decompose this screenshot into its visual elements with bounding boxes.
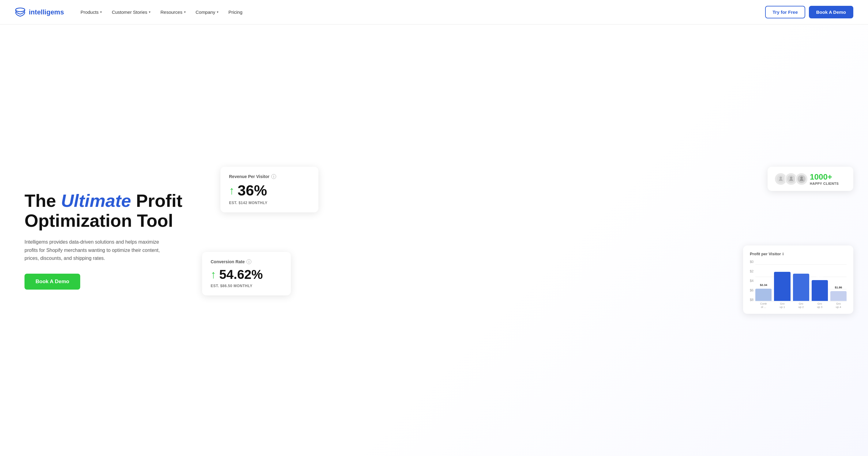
nav-pricing[interactable]: Pricing (224, 7, 247, 17)
bar-x-label: Group 1 (779, 302, 785, 309)
bar-x-label: Group 3 (817, 302, 823, 309)
bar: $5.57 (774, 272, 790, 301)
hero-left: The Ultimate Profit Optimization Tool In… (25, 191, 184, 289)
client-avatars (774, 173, 806, 186)
nav-actions: Try for Free Book A Demo (765, 6, 853, 19)
logo-icon (15, 7, 26, 18)
conversion-stat: ↑ 54.62% (211, 267, 282, 282)
bar-group: $4.00 Group 3 (812, 260, 828, 309)
book-demo-nav-button[interactable]: Book A Demo (809, 6, 853, 19)
chevron-down-icon: ▾ (217, 10, 219, 14)
arrow-up-icon: ↑ (229, 185, 235, 196)
chart-y-axis: $8$6$4$2$0 (750, 260, 753, 309)
bar-x-label: Group 4 (836, 302, 841, 309)
svg-point-0 (16, 8, 25, 12)
hero-right: Revenue Per Visitor i ↑ 36% EST. $142 MO… (202, 167, 853, 314)
bar-value-label: $4.00 (816, 275, 823, 278)
chart-title: Profit per Visitor i (750, 252, 846, 256)
chevron-down-icon: ▾ (184, 10, 186, 14)
avatar (795, 173, 808, 186)
nav-resources[interactable]: Resources ▾ (156, 7, 190, 17)
svg-point-2 (779, 176, 782, 179)
bar-value-label: $5.23 (797, 268, 805, 272)
info-icon: i (782, 252, 784, 256)
y-axis-label: $4 (750, 279, 753, 283)
y-axis-label: $2 (750, 269, 753, 273)
conversion-card-title: Conversion Rate i (211, 259, 282, 264)
chart-area: $8$6$4$2$0 $2.34 Control ... $5.57 Group… (750, 260, 846, 309)
bar-value-label: $5.57 (779, 266, 786, 270)
info-icon: i (246, 259, 251, 264)
bar-value-label: $2.34 (760, 283, 767, 287)
book-demo-hero-button[interactable]: Book A Demo (25, 274, 80, 290)
bar-group: $5.57 Group 1 (774, 260, 790, 309)
hero-section: The Ultimate Profit Optimization Tool In… (0, 25, 868, 456)
bar-x-label: Control ... (760, 302, 767, 309)
bar-wrap: $1.86 (830, 260, 846, 301)
bar-group: $2.34 Control ... (755, 260, 772, 309)
revenue-card: Revenue Per Visitor i ↑ 36% EST. $142 MO… (220, 167, 318, 212)
bar-value-label: $1.86 (835, 286, 842, 289)
svg-point-4 (790, 176, 793, 179)
y-axis-label: $6 (750, 288, 753, 292)
hero-description: Intelligems provides data-driven solutio… (25, 238, 165, 262)
nav-products[interactable]: Products ▾ (76, 7, 106, 17)
hero-title: The Ultimate Profit Optimization Tool (25, 191, 184, 231)
bar-group: $5.23 Group 2 (793, 260, 809, 309)
nav-customer-stories[interactable]: Customer Stories ▾ (107, 7, 155, 17)
logo-text: intelligems (29, 8, 64, 16)
bar-wrap: $4.00 (812, 260, 828, 301)
navbar: intelligems Products ▾ Customer Stories … (0, 0, 868, 25)
arrow-up-icon: ↑ (211, 269, 216, 280)
info-icon: i (271, 174, 276, 179)
conversion-sub: EST. $86.50 MONTHLY (211, 284, 282, 288)
clients-card: 1000+ HAPPY CLIENTS (768, 167, 853, 191)
bar: $4.00 (812, 280, 828, 301)
y-axis-label: $8 (750, 298, 753, 302)
bars-container: $2.34 Control ... $5.57 Group 1 $5.23 Gr… (755, 260, 846, 309)
clients-count: 1000+ (810, 172, 839, 182)
clients-text: 1000+ HAPPY CLIENTS (810, 172, 839, 186)
revenue-card-title: Revenue Per Visitor i (229, 174, 310, 179)
revenue-sub: EST. $142 MONTHLY (229, 201, 310, 205)
bar: $2.34 (755, 289, 772, 301)
revenue-stat: ↑ 36% (229, 182, 310, 199)
bar: $5.23 (793, 274, 809, 301)
bar-wrap: $5.23 (793, 260, 809, 301)
chevron-down-icon: ▾ (100, 10, 102, 14)
logo[interactable]: intelligems (15, 7, 64, 18)
bar: $1.86 (830, 291, 846, 301)
clients-label: HAPPY CLIENTS (810, 182, 839, 186)
bar-group: $1.86 Group 4 (830, 260, 846, 309)
try-free-button[interactable]: Try for Free (765, 6, 805, 19)
nav-links: Products ▾ Customer Stories ▾ Resources … (76, 7, 765, 17)
bar-x-label: Group 2 (798, 302, 804, 309)
chevron-down-icon: ▾ (149, 10, 151, 14)
bar-wrap: $5.57 (774, 260, 790, 301)
svg-point-6 (800, 176, 803, 179)
conversion-card: Conversion Rate i ↑ 54.62% EST. $86.50 M… (202, 252, 291, 295)
bar-wrap: $2.34 (755, 260, 772, 301)
y-axis-label: $0 (750, 260, 753, 263)
chart-card: Profit per Visitor i $8$6$4$2$0 $2.34 Co… (743, 246, 853, 314)
nav-company[interactable]: Company ▾ (191, 7, 223, 17)
